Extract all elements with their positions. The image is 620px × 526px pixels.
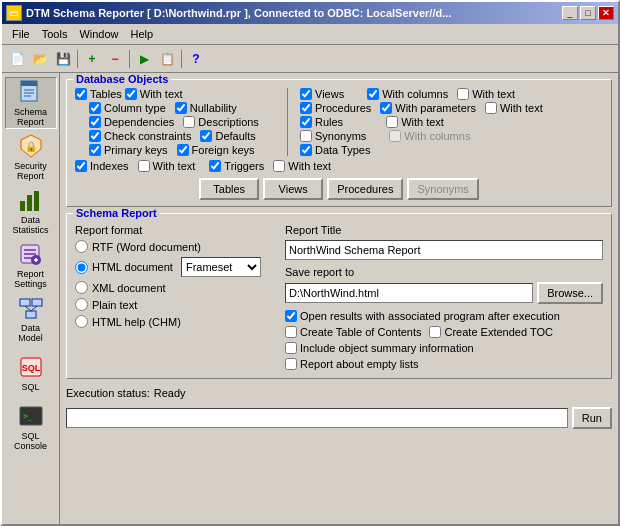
xml-radio[interactable] <box>75 281 88 294</box>
open-results-checkbox[interactable] <box>285 310 297 322</box>
minimize-button[interactable]: _ <box>562 6 578 20</box>
with-parameters-checkbox[interactable] <box>380 102 392 114</box>
defaults-label: Defaults <box>215 130 255 142</box>
data-types-checkbox[interactable] <box>300 144 312 156</box>
schema-report-title: Schema Report <box>73 207 160 219</box>
save-path-input[interactable] <box>285 283 533 303</box>
foreign-keys-checkbox[interactable] <box>177 144 189 156</box>
empty-lists-checkbox[interactable] <box>285 358 297 370</box>
nullability-checkbox[interactable] <box>175 102 187 114</box>
execution-status-label: Execution status: <box>66 387 150 399</box>
sidebar-item-schema-report[interactable]: SchemaReport <box>5 77 57 129</box>
check-constraints-checkbox[interactable] <box>89 130 101 142</box>
menu-tools[interactable]: Tools <box>36 26 74 42</box>
include-summary-checkbox[interactable] <box>285 342 297 354</box>
html-option-select[interactable]: Frameset Single file Multiple files <box>181 257 261 277</box>
tables-button[interactable]: Tables <box>199 178 259 200</box>
descriptions-checkbox[interactable] <box>183 116 195 128</box>
rules-checkbox[interactable] <box>300 116 312 128</box>
report-settings-icon <box>15 240 47 268</box>
empty-lists-label: Report about empty lists <box>300 358 419 370</box>
triggers-with-text-checkbox[interactable] <box>273 160 285 172</box>
toc-row: Create Table of Contents Create Extended… <box>285 326 603 338</box>
object-buttons-row: Tables Views Procedures Synonyms <box>75 178 603 200</box>
triggers-checkbox[interactable] <box>209 160 221 172</box>
menu-window[interactable]: Window <box>73 26 124 42</box>
run-input[interactable] <box>66 408 568 428</box>
rtf-label: RTF (Word document) <box>92 241 201 253</box>
sidebar-item-security-report[interactable]: 🔒 SecurityReport <box>5 131 57 183</box>
sql-console-icon: >_ <box>15 402 47 430</box>
toolbar-separator-2 <box>129 50 130 68</box>
indexes-checkbox[interactable] <box>75 160 87 172</box>
html-radio[interactable] <box>75 261 88 274</box>
text-radio-row: Plain text <box>75 298 275 311</box>
chm-radio[interactable] <box>75 315 88 328</box>
views-checkbox[interactable] <box>300 88 312 100</box>
save-row: Browse... <box>285 282 603 304</box>
tables-with-text-checkbox[interactable] <box>125 88 137 100</box>
report-format-col: Report format RTF (Word document) HTML d… <box>75 224 275 370</box>
sidebar-item-sql-console[interactable]: >_ SQLConsole <box>5 401 57 453</box>
column-type-label: Column type <box>104 102 166 114</box>
database-objects-section: Database Objects Tables With text <box>66 79 612 207</box>
procedures-row: Procedures With parameters With text <box>300 102 543 114</box>
remove-button[interactable]: − <box>104 48 126 70</box>
with-parameters-label: With parameters <box>395 102 476 114</box>
dependencies-checkbox[interactable] <box>89 116 101 128</box>
defaults-checkbox[interactable] <box>200 130 212 142</box>
procedures-checkbox[interactable] <box>300 102 312 114</box>
procedures-button[interactable]: Procedures <box>327 178 403 200</box>
synonyms-checkbox[interactable] <box>300 130 312 142</box>
content-area: Database Objects Tables With text <box>60 73 618 524</box>
views-button[interactable]: Views <box>263 178 323 200</box>
main-area: SchemaReport 🔒 SecurityReport <box>2 73 618 524</box>
nullability-label: Nullability <box>190 102 237 114</box>
menu-help[interactable]: Help <box>125 26 160 42</box>
browse-button[interactable]: Browse... <box>537 282 603 304</box>
run-button[interactable]: Run <box>572 407 612 429</box>
menu-file[interactable]: File <box>6 26 36 42</box>
sidebar-item-data-model[interactable]: DataModel <box>5 293 57 345</box>
views-with-text-label: With text <box>472 88 515 100</box>
save-button[interactable]: 💾 <box>52 48 74 70</box>
procedures-label: Procedures <box>315 102 371 114</box>
synonyms-button[interactable]: Synonyms <box>407 178 478 200</box>
synonyms-with-columns-checkbox[interactable] <box>389 130 401 142</box>
create-toc-checkbox[interactable] <box>285 326 297 338</box>
column-type-checkbox[interactable] <box>89 102 101 114</box>
extended-toc-checkbox[interactable] <box>429 326 441 338</box>
rules-with-text-label: With text <box>401 116 444 128</box>
with-columns-checkbox[interactable] <box>367 88 379 100</box>
open-button[interactable]: 📂 <box>29 48 51 70</box>
report-button[interactable]: 📋 <box>156 48 178 70</box>
sidebar: SchemaReport 🔒 SecurityReport <box>2 73 60 524</box>
sidebar-item-sql[interactable]: SQL SQL <box>5 347 57 399</box>
tables-checkbox[interactable] <box>75 88 87 100</box>
title-bar-left: 🗃 DTM Schema Reporter [ D:\Northwind.rpr… <box>6 5 451 21</box>
open-results-row: Open results with associated program aft… <box>285 310 603 322</box>
html-label: HTML document <box>92 261 173 273</box>
views-with-text-checkbox[interactable] <box>457 88 469 100</box>
sidebar-item-data-statistics[interactable]: DataStatistics <box>5 185 57 237</box>
primary-keys-checkbox[interactable] <box>89 144 101 156</box>
rules-with-text-checkbox[interactable] <box>386 116 398 128</box>
run-toolbar-button[interactable]: ▶ <box>133 48 155 70</box>
triggers-with-text-label: With text <box>288 160 331 172</box>
svg-line-20 <box>25 306 31 311</box>
svg-text:🔒: 🔒 <box>25 140 38 153</box>
maximize-button[interactable]: □ <box>580 6 596 20</box>
synonyms-with-columns-label: With columns <box>404 130 470 142</box>
help-toolbar-button[interactable]: ? <box>185 48 207 70</box>
indexes-with-text-checkbox[interactable] <box>138 160 150 172</box>
proc-with-text-checkbox[interactable] <box>485 102 497 114</box>
rtf-radio[interactable] <box>75 240 88 253</box>
close-button[interactable]: ✕ <box>598 6 614 20</box>
report-title-input[interactable] <box>285 240 603 260</box>
add-button[interactable]: + <box>81 48 103 70</box>
sidebar-item-report-settings[interactable]: ReportSettings <box>5 239 57 291</box>
new-button[interactable]: 📄 <box>6 48 28 70</box>
svg-rect-1 <box>21 81 37 86</box>
text-radio[interactable] <box>75 298 88 311</box>
toolbar: 📄 📂 💾 + − ▶ 📋 ? <box>2 45 618 73</box>
